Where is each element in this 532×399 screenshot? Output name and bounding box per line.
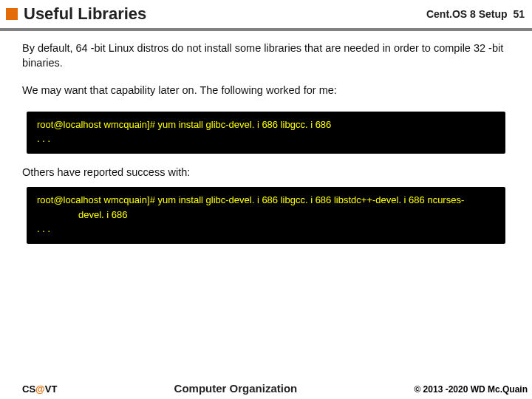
terminal-ellipsis: . . . [37, 132, 498, 146]
terminal-ellipsis: . . . [37, 222, 498, 236]
terminal-block-1: root@localhost wmcquain]# yum install gl… [27, 112, 505, 154]
paragraph-2: We may want that capability later on. Th… [22, 83, 510, 98]
terminal-block-2: root@localhost wmcquain]# yum install gl… [27, 187, 505, 244]
footer: CS@VT Computer Organization © 2013 -2020… [0, 382, 532, 395]
terminal-line: root@localhost wmcquain]# yum install gl… [37, 193, 498, 222]
footer-vt: VT [45, 383, 58, 395]
terminal-text-2: devel. i 686 [58, 209, 128, 220]
slide-title: Useful Libraries [24, 4, 426, 24]
page-number: 51 [513, 8, 525, 20]
terminal-text-1: root@localhost wmcquain]# yum install gl… [37, 194, 464, 205]
paragraph-others: Others have reported success with: [22, 166, 510, 180]
terminal-line: root@localhost wmcquain]# yum install gl… [37, 117, 498, 132]
paragraph-1: By default, 64 -bit Linux distros do not… [22, 41, 510, 70]
slide: Useful Libraries Cent.OS 8 Setup 51 By d… [0, 0, 532, 399]
footer-left: CS@VT [22, 383, 57, 395]
footer-right: © 2013 -2020 WD Mc.Quain [414, 384, 528, 395]
footer-center: Computer Organization [57, 382, 414, 395]
context-label: Cent.OS 8 Setup [426, 8, 508, 20]
slide-body: By default, 64 -bit Linux distros do not… [0, 31, 532, 244]
header: Useful Libraries Cent.OS 8 Setup 51 [0, 0, 532, 27]
header-context: Cent.OS 8 Setup 51 [426, 8, 525, 20]
footer-at: @ [35, 383, 45, 395]
accent-square-icon [6, 8, 18, 20]
footer-cs: CS [22, 383, 35, 395]
